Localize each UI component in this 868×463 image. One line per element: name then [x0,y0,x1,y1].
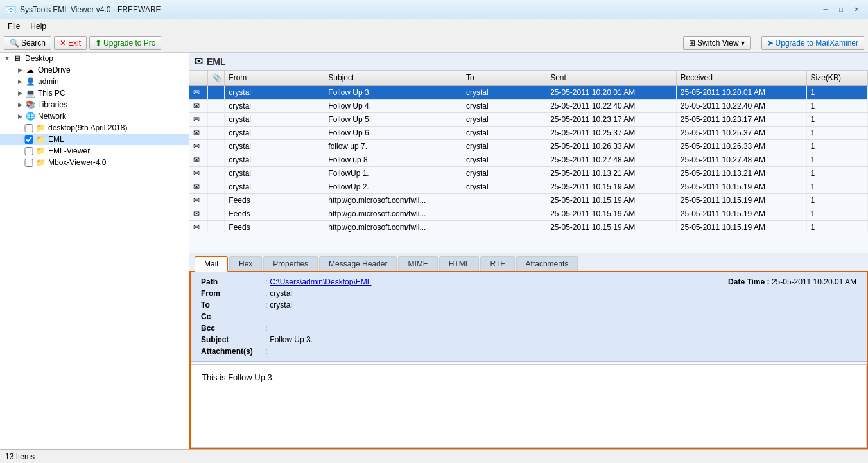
desktop-icon: 🖥 [12,54,23,63]
close-button[interactable]: ✕ [850,4,863,15]
exit-button[interactable]: ✕ Exit [54,36,87,50]
to-value: crystal [270,301,292,310]
app-icon: 📧 [5,4,16,15]
table-row[interactable]: ✉Feedshttp://go.microsoft.com/fwli...25-… [189,194,868,207]
subject-value: Follow Up 3. [270,335,313,344]
toggle-admin[interactable]: ▶ [15,78,24,85]
col-header-subject[interactable]: Subject [324,71,462,85]
email-list-scroll[interactable]: 📎 From Subject To Sent Received Size(KB)… [189,71,868,232]
col-header-from[interactable]: From [225,71,324,85]
path-value[interactable]: C:\Users\admin\Desktop\EML [270,277,371,286]
table-row[interactable]: ✉crystalFollow Up 6.crystal25-05-2011 10… [189,127,868,140]
meta-subject-row: Subject : Follow Up 3. [201,334,856,345]
col-header-to[interactable]: To [462,71,546,85]
meta-from-row: From : crystal [201,288,856,299]
email-list-container: 📎 From Subject To Sent Received Size(KB)… [189,71,868,250]
tab-mime[interactable]: MIME [398,256,437,271]
toolbar-right: ⊞ Switch View ▾ ➤ Upgrade to MailXaminer [683,36,864,50]
tab-attachments[interactable]: Attachments [516,256,578,271]
checkbox-eml-viewer[interactable] [24,147,33,155]
tab-rtf[interactable]: RTF [480,256,514,271]
path-label: Path [201,277,265,286]
subject-colon: : [265,335,267,344]
mail-preview-section: MailHexPropertiesMessage HeaderMIMEHTMLR… [189,250,868,449]
meta-attachments-row: Attachment(s) : [201,345,856,357]
checkbox-mbox-viewer[interactable] [24,159,33,167]
table-row[interactable]: ✉crystalFollow Up 5.crystal25-05-2011 10… [189,113,868,127]
eml-panel-icon: ✉ [195,55,203,67]
status-bar: 13 Items [0,449,868,463]
content-panel: ✉ EML 📎 From Subject To Sent Received [189,53,868,449]
from-colon: : [265,289,267,298]
menu-help[interactable]: Help [25,21,51,32]
exit-label: Exit [68,39,81,48]
minimize-button[interactable]: ─ [819,4,832,15]
sidebar-item-desktop9april[interactable]: 📁 desktop(9th April 2018) [0,122,189,134]
sidebar-item-eml[interactable]: 📁 EML [0,134,189,145]
sidebar-item-onedrive[interactable]: ▶ ☁ OneDrive [0,64,189,76]
switch-view-label: Switch View [697,39,738,48]
sidebar-item-desktop[interactable]: ▼ 🖥 Desktop [0,53,189,64]
meta-path-row: Path : C:\Users\admin\Desktop\EML [201,276,371,288]
switch-view-icon: ⊞ [689,39,695,48]
table-row[interactable]: ✉crystalFollow Up 3.crystal25-05-2011 10… [189,85,868,100]
admin-icon: 👤 [24,77,36,86]
tab-hex[interactable]: Hex [229,256,262,271]
col-header-sent[interactable]: Sent [546,71,677,85]
search-button[interactable]: 🔍 Search [4,36,51,50]
attachments-colon: : [265,347,267,356]
table-row[interactable]: ✉crystalFollowUp 2.crystal25-05-2011 10.… [189,180,868,194]
maximize-button[interactable]: □ [835,4,847,15]
bcc-colon: : [265,324,267,333]
tab-bar: MailHexPropertiesMessage HeaderMIMEHTMLR… [189,253,868,272]
from-label: From [201,289,265,298]
dropdown-icon: ▾ [741,39,745,48]
sidebar-item-thispc[interactable]: ▶ 💻 This PC [0,87,189,99]
toggle-onedrive[interactable]: ▶ [15,67,24,73]
col-header-size[interactable]: Size(KB) [806,71,867,85]
desktop-label: Desktop [25,54,53,63]
toggle-network[interactable]: ▶ [15,113,24,119]
sidebar-item-network[interactable]: ▶ 🌐 Network [0,110,189,122]
tab-section: Path : C:\Users\admin\Desktop\EML Date T… [189,272,868,449]
switch-view-button[interactable]: ⊞ Switch View ▾ [683,36,750,50]
sidebar-item-libraries[interactable]: ▶ 📚 Libraries [0,99,189,110]
checkbox-desktop9april[interactable] [24,124,33,132]
title-bar: 📧 SysTools EML Viewer v4.0 - FREEWARE ─ … [0,0,868,19]
toggle-libraries[interactable]: ▶ [15,101,24,108]
search-label: Search [21,39,46,48]
checkbox-eml[interactable] [24,135,33,144]
mbox-viewer-label: Mbox-Viewer-4.0 [48,158,106,167]
table-row[interactable]: ✉crystalFollow Up 4.crystal25-05-2011 10… [189,100,868,113]
tab-properties[interactable]: Properties [263,256,318,271]
menu-file[interactable]: File [3,21,25,32]
table-row[interactable]: ✉crystalfollow up 7.crystal25-05-2011 10… [189,140,868,153]
libraries-icon: 📚 [24,100,36,109]
table-row[interactable]: ✉Feedshttp://go.microsoft.com/fwli...25-… [189,207,868,221]
table-row[interactable]: ✉Feedshttp://go.microsoft.com/fwli...25-… [189,221,868,233]
upgrade-label: Upgrade to Pro [103,39,155,48]
sidebar-item-mbox-viewer[interactable]: 📁 Mbox-Viewer-4.0 [0,157,189,168]
table-row[interactable]: ✉crystalFollow up 8.crystal25-05-2011 10… [189,153,868,167]
toggle-desktop[interactable]: ▼ [3,55,12,62]
table-row[interactable]: ✉crystalFollowUp 1.crystal25-05-2011 10.… [189,167,868,180]
tab-message-header[interactable]: Message Header [319,256,397,271]
eml-panel-title: EML [207,57,226,67]
upgrade-pro-button[interactable]: ⬆ Upgrade to Pro [89,36,161,50]
search-icon: 🔍 [10,39,19,48]
meta-datetime-row: Date Time : 25-05-2011 10.20.01 AM [728,276,856,288]
toggle-thispc[interactable]: ▶ [15,90,24,96]
upgrade-xaminer-button[interactable]: ➤ Upgrade to MailXaminer [761,36,864,50]
eml-label: EML [48,135,64,144]
network-label: Network [38,112,66,121]
desktop9april-label: desktop(9th April 2018) [48,123,127,132]
datetime-colon: : [767,277,772,286]
col-header-received[interactable]: Received [676,71,806,85]
tab-html[interactable]: HTML [439,256,480,271]
upgrade-xaminer-icon: ➤ [767,39,774,48]
tab-mail[interactable]: Mail [195,256,228,272]
status-text: 13 Items [5,452,35,461]
sidebar-item-admin[interactable]: ▶ 👤 admin [0,76,189,87]
attachments-label: Attachment(s) [201,347,265,356]
sidebar-item-eml-viewer[interactable]: 📁 EML-Viewer [0,145,189,157]
